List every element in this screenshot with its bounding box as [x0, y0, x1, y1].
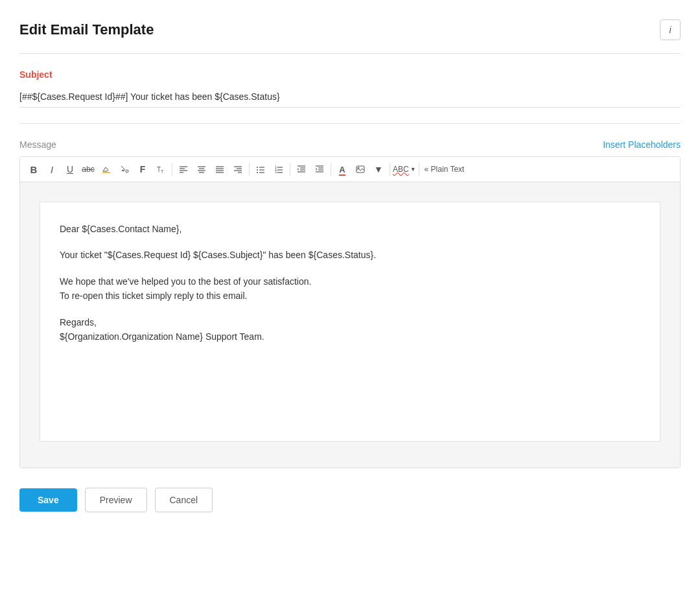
message-header: Message Insert Placeholders [19, 139, 681, 150]
editor-content-area[interactable]: Dear ${Cases.Contact Name}, Your ticket … [40, 202, 660, 442]
toolbar-divider-5 [390, 163, 390, 176]
bullet-list-icon [256, 165, 265, 174]
subject-label: Subject [19, 69, 681, 80]
editor-container: B I U abc F T T [19, 156, 681, 468]
strikethrough-icon: abc [82, 165, 94, 174]
numbered-list-button[interactable]: 1. 2. 3. [270, 161, 287, 178]
svg-text:T: T [161, 169, 164, 174]
spell-dropdown-arrow: ▼ [410, 166, 416, 173]
email-ticket-line: Your ticket "${Cases.Request Id} ${Cases… [60, 248, 640, 262]
paint-bucket-button[interactable] [116, 161, 133, 178]
svg-point-21 [257, 169, 258, 171]
insert-placeholders-link[interactable]: Insert Placeholders [603, 139, 681, 150]
font-color-icon: A [339, 165, 345, 174]
subject-input[interactable] [19, 86, 681, 108]
page-header: Edit Email Template i [19, 19, 681, 54]
align-right-button[interactable] [229, 161, 246, 178]
toolbar-divider-1 [172, 163, 172, 176]
cancel-button[interactable]: Cancel [155, 488, 213, 512]
align-center-icon [197, 165, 206, 174]
svg-point-19 [257, 167, 258, 168]
font-size-icon: T T [156, 165, 165, 174]
toolbar-divider-4 [331, 163, 331, 176]
toolbar-divider-3 [290, 163, 290, 176]
highlight-icon [102, 165, 111, 174]
page-title: Edit Email Template [19, 21, 154, 38]
subject-section: Subject [19, 69, 681, 123]
email-regards: Regards, ${Organization.Organization Nam… [60, 315, 640, 344]
email-hope-lines: We hope that we've helped you to the bes… [60, 274, 640, 304]
save-button[interactable]: Save [19, 488, 77, 512]
highlight-button[interactable] [98, 161, 115, 178]
font-size-button[interactable]: T T [152, 161, 169, 178]
align-center-button[interactable] [193, 161, 210, 178]
message-label: Message [19, 139, 56, 150]
email-hope-line1: We hope that we've helped you to the bes… [60, 276, 311, 287]
strikethrough-button[interactable]: abc [80, 161, 97, 178]
subject-divider [19, 123, 681, 124]
svg-point-0 [126, 170, 128, 173]
align-left-icon [179, 165, 188, 174]
email-greeting: Dear ${Cases.Contact Name}, [60, 222, 640, 236]
image-icon [356, 165, 365, 174]
bullet-list-button[interactable] [252, 161, 269, 178]
toolbar-divider-6 [419, 163, 419, 176]
email-regards-text: Regards, [60, 317, 97, 327]
font-format-button[interactable]: F [134, 161, 151, 178]
align-justify-icon [215, 165, 224, 174]
align-right-icon [233, 165, 242, 174]
image-button[interactable] [352, 161, 369, 178]
footer-buttons: Save Preview Cancel [19, 488, 681, 512]
editor-body: Dear ${Cases.Contact Name}, Your ticket … [20, 182, 680, 468]
indent-increase-icon [315, 165, 324, 174]
email-hope-line2: To re-open this ticket simply reply to t… [60, 291, 247, 301]
info-button[interactable]: i [660, 19, 681, 40]
spell-check-label: ABC [393, 165, 409, 174]
paint-bucket-icon [120, 165, 129, 174]
align-justify-button[interactable] [211, 161, 228, 178]
numbered-list-icon: 1. 2. 3. [274, 165, 283, 174]
indent-decrease-icon [297, 165, 306, 174]
align-left-button[interactable] [175, 161, 192, 178]
spell-check-dropdown[interactable]: ABC ▼ [393, 165, 416, 174]
bold-button[interactable]: B [25, 161, 42, 178]
preview-button[interactable]: Preview [85, 488, 147, 512]
plain-text-label[interactable]: « Plain Text [422, 165, 467, 174]
indent-increase-button[interactable] [311, 161, 328, 178]
editor-toolbar: B I U abc F T T [20, 157, 680, 182]
svg-text:3.: 3. [275, 170, 277, 174]
font-color-button[interactable]: A [334, 161, 351, 178]
toolbar-divider-2 [249, 163, 250, 176]
email-signature: ${Organization.Organization Name} Suppor… [60, 331, 264, 342]
underline-button[interactable]: U [62, 161, 78, 178]
more-button[interactable]: ▼ [370, 161, 387, 178]
italic-button[interactable]: I [43, 161, 60, 178]
indent-decrease-button[interactable] [293, 161, 310, 178]
svg-point-23 [257, 172, 258, 173]
